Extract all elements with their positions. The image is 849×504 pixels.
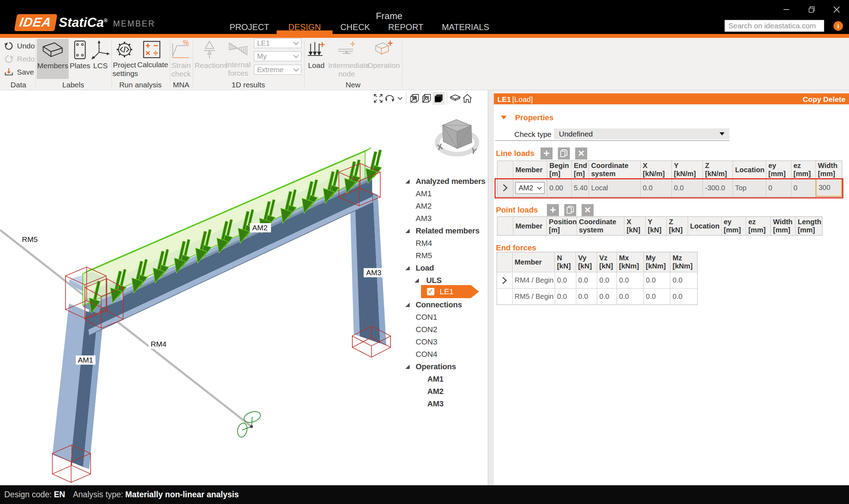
- viewport-3d[interactable]: X Y RM5 AM2 AM3 RM4 AM1: [0, 90, 489, 486]
- redo-icon: [4, 54, 13, 64]
- calculate-icon: [143, 41, 161, 58]
- end-force-row-rm4[interactable]: RM4 / Begin 0.0 0.0 0.0 0.0 0.0 0.0: [497, 272, 697, 288]
- svg-text:AM3: AM3: [366, 268, 381, 277]
- window-title: Frame: [376, 11, 402, 22]
- le1-checkbox[interactable]: ✓: [427, 288, 434, 295]
- info-icon[interactable]: i: [833, 21, 843, 31]
- tree-item-le1[interactable]: ✓ LE1: [421, 285, 479, 298]
- shaded-view-icon[interactable]: [421, 92, 433, 105]
- tree-load[interactable]: Load: [416, 263, 434, 273]
- analysis-type-value: Materially non-linear analysis: [125, 490, 239, 499]
- tree-related-members[interactable]: Related members: [416, 226, 479, 236]
- point-loads-copy-button[interactable]: [564, 204, 576, 216]
- reactions-button[interactable]: Reactions: [195, 39, 224, 69]
- end-force-row-rm5[interactable]: RM5 / Begin 0.0 0.0 0.0 0.0 0.0 0.0: [497, 288, 697, 305]
- section-clip-icon[interactable]: [449, 92, 461, 105]
- tab-project[interactable]: PROJECT: [230, 22, 269, 32]
- selection-kind: [Load]: [512, 95, 533, 104]
- tree-uls[interactable]: ULS: [426, 276, 441, 285]
- undo-icon: [4, 41, 13, 51]
- svg-text:AM1: AM1: [78, 356, 93, 364]
- tree-op-am2[interactable]: AM2: [427, 387, 444, 396]
- zoom-extents-icon[interactable]: [372, 92, 384, 105]
- new-load-button[interactable]: Load: [306, 39, 326, 69]
- selected-row-highlight: [495, 178, 843, 198]
- label-rm4: RM4: [149, 340, 168, 349]
- search-box[interactable]: [724, 20, 824, 32]
- result-extreme-select[interactable]: Extreme: [254, 65, 301, 75]
- viewcube-y-label: Y: [470, 146, 478, 156]
- point-loads-table: Member Position[m] Coordinatesystem X[kN…: [497, 216, 822, 236]
- plates-button[interactable]: Plates: [70, 39, 90, 69]
- lcs-button[interactable]: LCS: [91, 39, 110, 69]
- save-icon: [4, 68, 13, 77]
- minimize-button[interactable]: [778, 4, 795, 16]
- intermediate-node-icon: [337, 39, 357, 59]
- tree-operations[interactable]: Operations: [416, 362, 456, 371]
- accent-band: [0, 34, 849, 38]
- tree-item-con4[interactable]: CON4: [416, 350, 437, 359]
- properties-collapse-icon[interactable]: [501, 116, 507, 120]
- delete-button[interactable]: Delete: [823, 95, 845, 104]
- point-loads-title: Point loads: [496, 205, 538, 215]
- undo-button[interactable]: Undo: [4, 41, 35, 51]
- wireframe-view-icon[interactable]: [409, 92, 421, 105]
- label-am3: AM3: [364, 268, 385, 277]
- tree-op-am1[interactable]: AM1: [427, 375, 444, 384]
- tree-item-am2[interactable]: AM2: [416, 202, 432, 211]
- tree-connections[interactable]: Connections: [416, 300, 462, 309]
- home-view-icon[interactable]: [461, 92, 473, 105]
- svg-text:RM5: RM5: [22, 235, 37, 243]
- save-button[interactable]: Save: [4, 68, 34, 77]
- rotate-options-chevron[interactable]: [396, 92, 404, 105]
- members-button[interactable]: Members: [37, 39, 69, 79]
- internal-forces-icon: [229, 41, 248, 58]
- maximize-button[interactable]: [804, 4, 820, 16]
- tab-materials[interactable]: MATERIALS: [442, 22, 489, 32]
- close-button[interactable]: [828, 4, 845, 16]
- gear-icon: [115, 40, 134, 59]
- group-label-mna: MNA: [173, 81, 190, 89]
- new-intermediate-node-button[interactable]: Intermediate node: [328, 39, 365, 77]
- design-code-value: EN: [54, 490, 65, 499]
- panel-divider[interactable]: [488, 90, 494, 486]
- tree-item-con1[interactable]: CON1: [416, 313, 437, 322]
- label-rm5: RM5: [20, 235, 40, 244]
- point-loads-delete-button[interactable]: ✕: [582, 204, 594, 216]
- tree-analyzed-members[interactable]: Analyzed members: [416, 177, 485, 186]
- strain-check-button[interactable]: % Strain check: [171, 39, 192, 77]
- result-component-select[interactable]: My: [254, 51, 301, 61]
- rotate-view-icon[interactable]: [384, 92, 396, 105]
- new-operation-button[interactable]: Operation: [366, 39, 400, 69]
- tree-item-con3[interactable]: CON3: [416, 337, 437, 347]
- tab-check[interactable]: CHECK: [340, 22, 370, 32]
- internal-forces-button[interactable]: Internal forces: [226, 39, 250, 77]
- solid-view-icon[interactable]: [433, 92, 445, 105]
- copy-button[interactable]: Copy: [803, 95, 821, 104]
- reactions-icon: [203, 40, 216, 59]
- selection-header: LE1 [Load] Copy Delete: [494, 93, 849, 104]
- viewport-toolbar: [372, 92, 473, 105]
- line-loads-add-button[interactable]: +: [541, 147, 553, 160]
- tree-item-rm5[interactable]: RM5: [416, 251, 432, 260]
- check-type-select[interactable]: Undefined: [554, 128, 729, 139]
- calculate-button[interactable]: Calculate: [137, 39, 166, 68]
- tab-report[interactable]: REPORT: [388, 22, 423, 32]
- point-loads-add-button[interactable]: +: [547, 204, 559, 216]
- search-input[interactable]: [725, 22, 824, 30]
- tree-item-am3[interactable]: AM3: [416, 214, 432, 223]
- tree-op-am3[interactable]: AM3: [427, 399, 444, 409]
- end-forces-title: End forces: [496, 243, 536, 253]
- result-load-select[interactable]: LE1: [254, 38, 301, 48]
- line-loads-delete-button[interactable]: ✕: [575, 147, 587, 160]
- tree-item-rm4[interactable]: RM4: [416, 239, 432, 248]
- project-settings-button[interactable]: Project settings: [112, 39, 137, 77]
- view-cube[interactable]: X Y: [436, 120, 478, 156]
- line-loads-copy-button[interactable]: [558, 147, 570, 160]
- tree-item-con2[interactable]: CON2: [416, 325, 437, 334]
- tree-item-am1[interactable]: AM1: [416, 189, 432, 198]
- svg-text:RM4: RM4: [151, 340, 167, 348]
- check-type-label: Check type: [514, 130, 551, 139]
- redo-button[interactable]: Redo: [4, 54, 35, 64]
- row-expander[interactable]: [497, 272, 513, 288]
